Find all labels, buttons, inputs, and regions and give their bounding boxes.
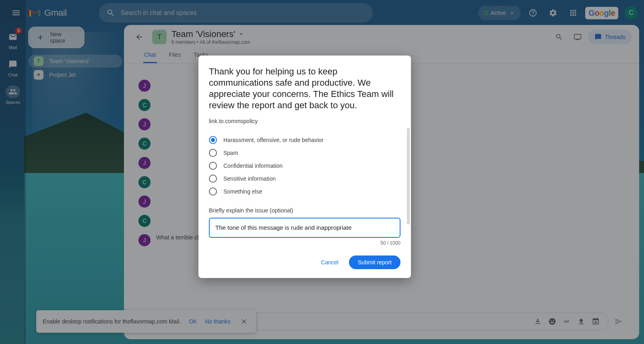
radio-label: Spam [223, 150, 238, 156]
report-dialog: Thank you for helping us to keep communi… [198, 56, 411, 278]
report-reason-4[interactable]: Something else [209, 186, 400, 197]
radio-label: Sensitive information [223, 175, 276, 182]
report-reason-3[interactable]: Sensitive information [209, 173, 400, 184]
explain-input[interactable] [209, 218, 400, 238]
cancel-button[interactable]: Cancel [314, 255, 345, 269]
report-reason-2[interactable]: Confidential information [209, 161, 400, 171]
radio-label: Something else [223, 188, 262, 195]
dialog-scrollbar[interactable] [407, 128, 410, 225]
radio-icon [209, 149, 217, 157]
report-reason-0[interactable]: Harassment, offensive, or rude behavior [209, 135, 400, 145]
explain-label: Briefly explain the issue (optional) [209, 207, 400, 214]
radio-icon [209, 175, 217, 183]
policy-link[interactable]: link.to.commspolicy [209, 118, 400, 124]
dialog-heading: Thank you for helping us to keep communi… [209, 66, 400, 111]
char-counter: 50 / 1000 [209, 240, 400, 246]
radio-label: Confidential information [223, 163, 283, 169]
report-reason-1[interactable]: Spam [209, 148, 400, 158]
submit-report-button[interactable]: Submit report [349, 255, 400, 269]
radio-label: Harassment, offensive, or rude behavior [223, 137, 324, 143]
radio-icon [209, 162, 217, 170]
radio-icon [209, 136, 217, 144]
radio-icon [209, 187, 217, 196]
report-reason-group: Harassment, offensive, or rude behaviorS… [209, 135, 400, 197]
